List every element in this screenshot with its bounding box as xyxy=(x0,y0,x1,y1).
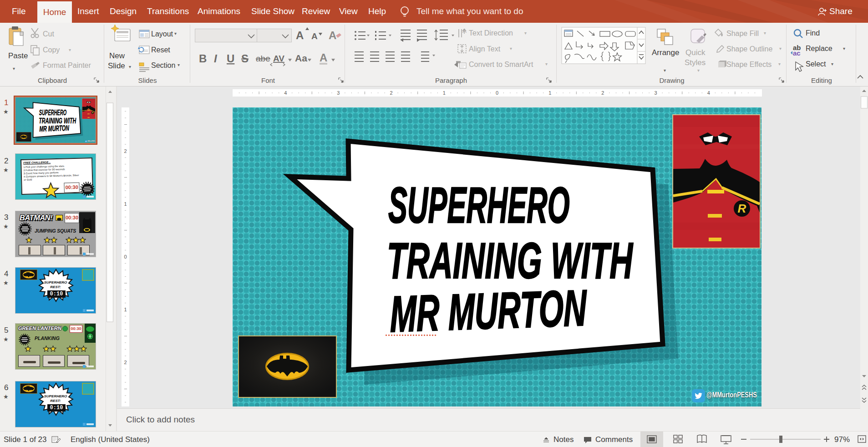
svg-text:S: S xyxy=(241,52,249,65)
svg-text:4: 4 xyxy=(707,90,710,96)
svg-text:A: A xyxy=(320,51,327,64)
svg-text:0: 0 xyxy=(124,254,127,259)
svg-text:3: 3 xyxy=(337,90,340,96)
svg-text:0: 0 xyxy=(496,90,498,96)
svg-text:A: A xyxy=(462,27,467,34)
svg-text:4: 4 xyxy=(284,90,287,96)
svg-text:3: 3 xyxy=(655,90,657,96)
svg-text:A: A xyxy=(329,29,336,41)
svg-text:abe: abe xyxy=(256,54,270,63)
svg-text:1: 1 xyxy=(124,201,127,207)
svg-text:AV: AV xyxy=(273,54,284,63)
svg-text:2: 2 xyxy=(601,90,604,96)
svg-text:R: R xyxy=(92,112,93,114)
svg-text:Aa: Aa xyxy=(295,53,307,63)
svg-text:R: R xyxy=(738,202,746,215)
svg-text:ac: ac xyxy=(793,49,801,57)
svg-text:I: I xyxy=(214,52,218,65)
svg-text:2: 2 xyxy=(124,148,127,154)
svg-text:2: 2 xyxy=(124,360,127,365)
svg-text:1: 1 xyxy=(548,90,551,96)
svg-text:1: 1 xyxy=(124,307,127,312)
svg-text:2: 2 xyxy=(390,90,393,96)
svg-text:1: 1 xyxy=(443,90,446,96)
svg-text:B: B xyxy=(199,52,207,65)
svg-text:U: U xyxy=(227,52,234,65)
